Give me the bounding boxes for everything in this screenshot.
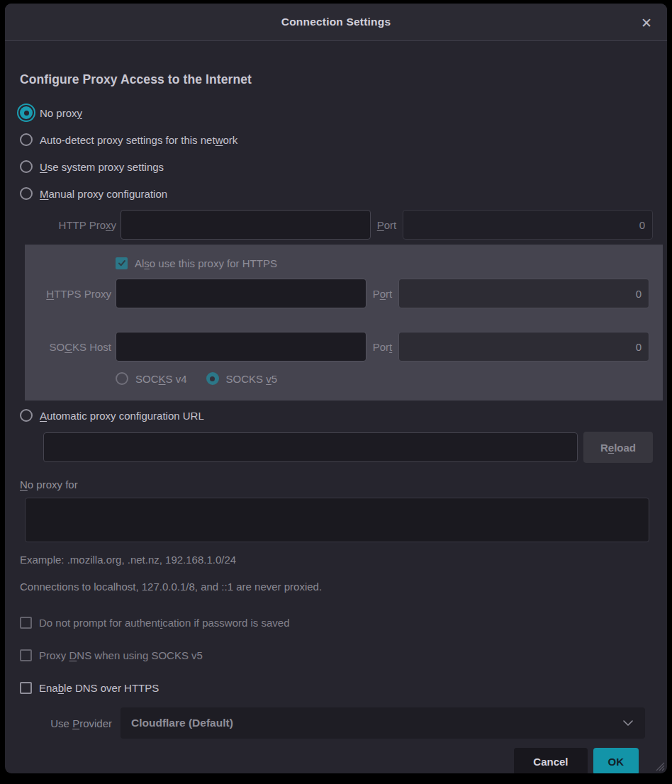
radio-button-icon[interactable] — [116, 372, 128, 385]
options-checkbox-group: Do not prompt for authentication if pass… — [20, 610, 653, 700]
resize-gripper-icon[interactable] — [652, 758, 665, 771]
socks-version-row: SOCKS v4 SOCKS v5 — [116, 365, 649, 392]
chevron-down-icon — [622, 719, 634, 727]
https-proxy-row: HTTPS Proxy Port — [25, 278, 649, 309]
no-proxy-for-label: No proxy for — [20, 478, 653, 491]
http-proxy-input[interactable] — [121, 210, 371, 240]
doh-provider-select[interactable]: Cloudflare (Default) — [121, 707, 645, 739]
radio-manual-proxy[interactable]: Manual proxy configuration — [20, 180, 653, 207]
page-title: Configure Proxy Access to the Internet — [20, 72, 653, 87]
checkbox-unchecked-icon[interactable] — [20, 649, 32, 661]
connection-settings-dialog: Connection Settings ✕ Configure Proxy Ac… — [5, 4, 667, 773]
autoproxy-url-input[interactable] — [43, 432, 578, 462]
enable-doh-label: Enable DNS over HTTPS — [39, 682, 159, 694]
socks-v4-label: SOCKS v4 — [135, 373, 187, 385]
http-port-label: Port — [377, 219, 397, 231]
https-proxy-label: HTTPS Proxy — [25, 288, 116, 300]
check-icon — [118, 259, 126, 267]
radio-no-proxy[interactable]: No proxy — [20, 99, 653, 126]
checkbox-unchecked-icon[interactable] — [20, 682, 32, 694]
radio-system-proxy-label: Use system proxy settings — [40, 161, 164, 173]
no-prompt-auth-label: Do not prompt for authentication if pass… — [39, 617, 290, 629]
dialog-content: Configure Proxy Access to the Internet N… — [5, 41, 667, 773]
also-https-checkbox-row[interactable]: Also use this proxy for HTTPS — [116, 250, 649, 276]
socks-host-row: SOCKS Host Port — [25, 331, 649, 362]
http-port-input[interactable] — [403, 210, 653, 240]
enable-doh-checkbox-row[interactable]: Enable DNS over HTTPS — [20, 675, 653, 700]
dialog-titlebar: Connection Settings ✕ — [5, 4, 667, 41]
no-proxy-for-textarea[interactable] — [25, 498, 649, 542]
manual-proxy-highlight-panel: Also use this proxy for HTTPS HTTPS Prox… — [25, 245, 663, 401]
radio-no-proxy-label: No proxy — [40, 107, 82, 119]
radio-manual-proxy-label: Manual proxy configuration — [40, 188, 167, 200]
no-proxy-note-text: Connections to localhost, 127.0.0.1/8, a… — [20, 581, 653, 593]
radio-button-icon[interactable] — [20, 409, 33, 422]
autoproxy-url-row: Reload — [20, 432, 653, 463]
http-proxy-row: HTTP Proxy Port — [20, 209, 653, 240]
no-proxy-example-text: Example: .mozilla.org, .net.nz, 192.168.… — [20, 554, 653, 566]
radio-automatic-proxy[interactable]: Automatic proxy configuration URL — [20, 402, 653, 429]
checkbox-unchecked-icon[interactable] — [20, 617, 32, 629]
dialog-title: Connection Settings — [281, 16, 391, 28]
proxy-dns-label: Proxy DNS when using SOCKS v5 — [39, 649, 203, 661]
radio-button-icon[interactable] — [20, 133, 33, 146]
doh-provider-value: Cloudflare (Default) — [131, 717, 233, 729]
doh-provider-row: Use Provider Cloudflare (Default) — [20, 707, 653, 739]
checkbox-checked-icon[interactable] — [116, 257, 128, 269]
ok-button[interactable]: OK — [593, 748, 639, 773]
close-icon[interactable]: ✕ — [637, 13, 656, 32]
socks-host-input[interactable] — [116, 332, 366, 362]
radio-automatic-proxy-label: Automatic proxy configuration URL — [40, 410, 204, 422]
also-https-label: Also use this proxy for HTTPS — [135, 257, 277, 269]
use-provider-label: Use Provider — [20, 717, 121, 729]
no-prompt-auth-checkbox-row[interactable]: Do not prompt for authentication if pass… — [20, 610, 653, 635]
radio-button-icon[interactable] — [206, 372, 219, 385]
socks-v5-label: SOCKS v5 — [226, 373, 278, 385]
https-proxy-input[interactable] — [116, 279, 366, 308]
cancel-button[interactable]: Cancel — [514, 748, 587, 773]
socks-host-label: SOCKS Host — [25, 341, 116, 353]
radio-system-proxy[interactable]: Use system proxy settings — [20, 153, 653, 180]
reload-button[interactable]: Reload — [583, 432, 653, 463]
radio-button-icon[interactable] — [20, 160, 33, 173]
radio-button-icon[interactable] — [20, 187, 33, 200]
https-port-label: Port — [373, 288, 393, 300]
https-port-input[interactable] — [398, 279, 649, 308]
radio-button-icon[interactable] — [20, 106, 33, 119]
socks-port-input[interactable] — [398, 332, 649, 362]
radio-auto-detect[interactable]: Auto-detect proxy settings for this netw… — [20, 126, 653, 153]
proxy-dns-checkbox-row[interactable]: Proxy DNS when using SOCKS v5 — [20, 642, 653, 668]
dialog-footer: Cancel OK — [20, 748, 653, 773]
radio-auto-detect-label: Auto-detect proxy settings for this netw… — [40, 134, 237, 146]
socks-port-label: Port — [373, 341, 393, 353]
http-proxy-label: HTTP Proxy — [20, 219, 121, 231]
